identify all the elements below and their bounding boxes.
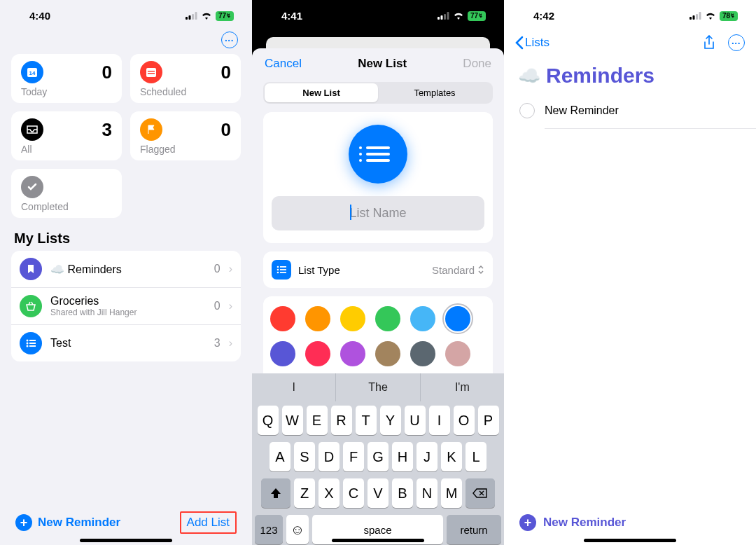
chevron-right-icon: › bbox=[229, 300, 232, 312]
key-r[interactable]: R bbox=[331, 406, 352, 435]
svg-rect-24 bbox=[280, 272, 286, 273]
color-picker bbox=[263, 296, 493, 373]
card-completed[interactable]: Completed bbox=[11, 169, 122, 218]
key-j[interactable]: J bbox=[416, 442, 438, 471]
done-button[interactable]: Done bbox=[463, 57, 491, 71]
new-reminder-row[interactable]: New Reminder bbox=[504, 97, 756, 124]
list-item-groceries[interactable]: GroceriesShared with Jill Hanger 0 › bbox=[11, 288, 241, 325]
segment-control[interactable]: New List Templates bbox=[263, 82, 493, 104]
list-type-row[interactable]: List Type Standard bbox=[263, 251, 493, 288]
key-y[interactable]: Y bbox=[380, 406, 401, 435]
svg-point-9 bbox=[27, 340, 29, 342]
sheet-title: New List bbox=[358, 57, 407, 71]
shift-key[interactable] bbox=[261, 478, 290, 508]
list-item-reminders[interactable]: ☁️ Reminders 0 › bbox=[11, 251, 241, 288]
new-reminder-button[interactable]: + New Reminder bbox=[15, 514, 120, 531]
list-type-label: List Type bbox=[298, 264, 425, 276]
svg-rect-12 bbox=[29, 343, 36, 344]
svg-rect-6 bbox=[146, 68, 156, 77]
key-e[interactable]: E bbox=[307, 406, 328, 435]
color-swatch[interactable] bbox=[270, 341, 295, 366]
svg-rect-14 bbox=[29, 345, 36, 347]
reminder-text-input[interactable]: New Reminder bbox=[545, 104, 619, 117]
svg-rect-22 bbox=[280, 269, 286, 270]
key-d[interactable]: D bbox=[318, 442, 340, 471]
return-key[interactable]: return bbox=[447, 515, 501, 544]
key-o[interactable]: O bbox=[454, 406, 475, 435]
color-swatch[interactable] bbox=[340, 341, 365, 366]
home-indicator[interactable] bbox=[332, 539, 424, 542]
key-b[interactable]: B bbox=[392, 478, 413, 508]
color-swatch[interactable] bbox=[410, 341, 435, 366]
more-button[interactable] bbox=[728, 34, 745, 51]
list-item-test[interactable]: Test 3 › bbox=[11, 325, 241, 361]
status-bar: 4:41 77↯ bbox=[252, 0, 504, 27]
key-l[interactable]: L bbox=[465, 442, 486, 471]
color-swatch[interactable] bbox=[305, 341, 330, 366]
color-swatch[interactable] bbox=[445, 341, 470, 366]
home-indicator[interactable] bbox=[584, 539, 676, 542]
cancel-button[interactable]: Cancel bbox=[265, 57, 302, 71]
keyboard-suggestions: ITheI'm bbox=[252, 373, 504, 401]
card-all[interactable]: 3 All bbox=[11, 111, 122, 160]
list-name-input[interactable]: List Name bbox=[272, 196, 484, 230]
color-swatch[interactable] bbox=[375, 341, 400, 366]
segment-new-list[interactable]: New List bbox=[265, 83, 378, 102]
count: 0 bbox=[102, 62, 112, 83]
color-swatch[interactable] bbox=[305, 306, 330, 331]
list-count: 3 bbox=[214, 337, 220, 350]
key-z[interactable]: Z bbox=[294, 478, 315, 508]
new-reminder-button[interactable]: + New Reminder bbox=[504, 514, 641, 531]
back-button[interactable]: Lists bbox=[515, 36, 550, 50]
key-f[interactable]: F bbox=[343, 442, 364, 471]
color-swatch[interactable] bbox=[445, 306, 470, 331]
svg-rect-8 bbox=[148, 73, 155, 74]
color-swatch[interactable] bbox=[375, 306, 400, 331]
key-n[interactable]: N bbox=[416, 478, 438, 508]
card-today[interactable]: 14 0 Today bbox=[11, 54, 122, 103]
suggestion[interactable]: I bbox=[252, 373, 336, 401]
key-c[interactable]: C bbox=[343, 478, 364, 508]
color-swatch[interactable] bbox=[410, 306, 435, 331]
list-count: 0 bbox=[214, 300, 220, 312]
bookmark-icon bbox=[20, 258, 42, 280]
share-button[interactable] bbox=[703, 35, 715, 50]
add-list-button[interactable]: Add List bbox=[180, 511, 237, 534]
numbers-key[interactable]: 123 bbox=[255, 515, 283, 544]
wifi-icon bbox=[201, 12, 212, 20]
key-s[interactable]: S bbox=[294, 442, 315, 471]
svg-rect-28 bbox=[696, 14, 698, 20]
plus-icon: + bbox=[15, 514, 32, 531]
key-q[interactable]: Q bbox=[258, 406, 279, 435]
key-u[interactable]: U bbox=[405, 406, 426, 435]
color-swatch[interactable] bbox=[270, 306, 295, 331]
suggestion[interactable]: The bbox=[336, 373, 420, 401]
list-preview-icon[interactable] bbox=[349, 125, 407, 184]
chevron-left-icon bbox=[515, 36, 524, 50]
home-indicator[interactable] bbox=[80, 539, 172, 542]
segment-templates[interactable]: Templates bbox=[378, 83, 491, 102]
chevron-right-icon: › bbox=[229, 263, 232, 275]
color-swatch[interactable] bbox=[340, 306, 365, 331]
key-g[interactable]: G bbox=[368, 442, 388, 471]
status-indicators: 77↯ bbox=[186, 11, 234, 21]
key-p[interactable]: P bbox=[478, 406, 499, 435]
key-i[interactable]: I bbox=[429, 406, 450, 435]
key-k[interactable]: K bbox=[441, 442, 462, 471]
card-flagged[interactable]: 0 Flagged bbox=[130, 111, 241, 160]
key-t[interactable]: T bbox=[356, 406, 377, 435]
key-h[interactable]: H bbox=[392, 442, 413, 471]
key-a[interactable]: A bbox=[270, 442, 290, 471]
completion-circle[interactable] bbox=[519, 103, 535, 118]
key-m[interactable]: M bbox=[441, 478, 462, 508]
more-button[interactable] bbox=[221, 32, 238, 48]
backspace-key[interactable] bbox=[465, 478, 495, 508]
calendar-today-icon: 14 bbox=[21, 61, 43, 83]
suggestion[interactable]: I'm bbox=[421, 373, 504, 401]
key-v[interactable]: V bbox=[368, 478, 388, 508]
key-w[interactable]: W bbox=[282, 406, 303, 435]
card-scheduled[interactable]: 0 Scheduled bbox=[130, 54, 241, 103]
emoji-key[interactable]: ☺ bbox=[286, 515, 309, 544]
key-x[interactable]: X bbox=[318, 478, 340, 508]
svg-rect-16 bbox=[441, 15, 443, 20]
